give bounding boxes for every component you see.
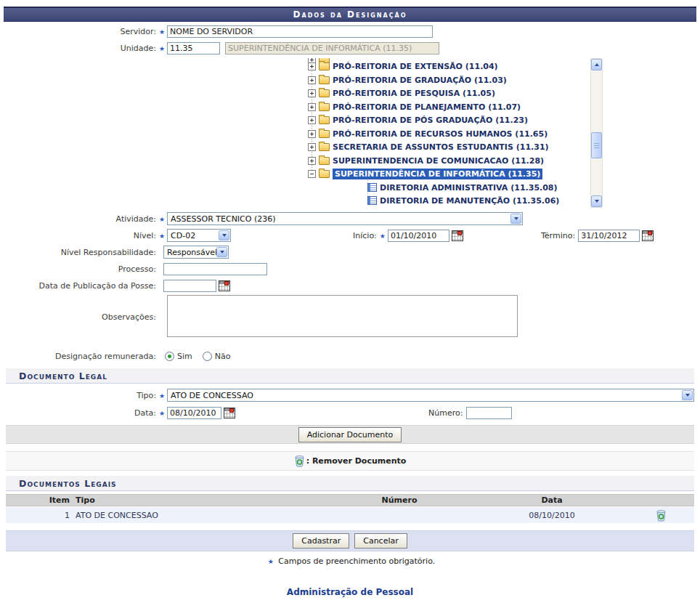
nivel-label: Nível: (6, 231, 156, 240)
tree-node-label[interactable]: SUPERINTENDÊNCIA DE INFORMÁTICA (11.35) (333, 169, 542, 179)
col-item: Item (6, 495, 73, 505)
folder-icon (319, 116, 330, 124)
servidor-input[interactable] (167, 25, 433, 38)
row-designacao-remunerada: Designação remunerada: Sim Não (6, 349, 694, 363)
required-icon (159, 44, 165, 53)
inicio-input[interactable] (388, 230, 449, 242)
termino-input[interactable] (578, 230, 640, 242)
expand-icon[interactable] (308, 103, 316, 111)
col-data: Data (465, 495, 639, 505)
numero-label: Número: (428, 408, 463, 418)
expand-icon[interactable] (308, 157, 316, 165)
tree-node[interactable]: PRÓ-REITORIA DE RECURSOS HUMANOS (11.65) (308, 127, 548, 140)
add-document-band: Adicionar Documento (6, 425, 694, 444)
cancelar-button[interactable]: Cancelar (354, 533, 407, 549)
tree-node[interactable]: SUPERINTENDENCIA DE COMUNICACAO (11.28) (308, 154, 544, 167)
remove-document-text: : Remover Documento (306, 456, 407, 466)
tree-node[interactable]: PRÓ-REITORIA DE PESQUISA (11.05) (308, 86, 495, 100)
documentos-legais-section-header: Documentos Legais (6, 476, 694, 491)
tree-node-child[interactable]: DIRETORIA ADMINISTRATIVA (11.35.08) (367, 181, 558, 194)
required-icon (380, 231, 386, 240)
nivel-responsabilidade-select[interactable]: Responsável (163, 246, 229, 259)
remove-row-trash-icon[interactable] (656, 509, 667, 522)
chevron-down-icon[interactable] (510, 214, 521, 224)
folder-icon (319, 157, 330, 165)
data-publicacao-posse-input[interactable] (163, 280, 216, 292)
documentos-legais-title: Documentos Legais (19, 478, 117, 489)
row-nivel-responsabilidade: Nível Responsabilidade: Responsável (6, 245, 694, 259)
radio-nao[interactable] (203, 352, 212, 361)
row-unidade: Unidade: (6, 41, 694, 55)
calendar-icon[interactable] (452, 230, 463, 241)
scrollbar-thumb[interactable] (591, 132, 602, 158)
row-processo: Processo: (6, 262, 694, 276)
unit-tree: PRÓ-REITORIA DE EXTENSÃO (11.04) PRÓ-REI… (6, 58, 694, 208)
processo-input[interactable] (163, 263, 267, 275)
scroll-up-button[interactable] (591, 59, 602, 70)
documento-legal-section-header: Documento Legal (6, 368, 694, 384)
expand-icon[interactable] (308, 116, 316, 124)
observacoes-textarea[interactable] (167, 295, 518, 337)
data-publicacao-posse-label: Data de Publicação da Posse: (6, 281, 156, 291)
tipo-select[interactable]: ATO DE CONCESSAO (167, 389, 694, 402)
tree-node-label[interactable]: DIRETORIA ADMINISTRATIVA (11.35.08) (380, 183, 558, 193)
tipo-value: ATO DE CONCESSAO (171, 391, 253, 400)
atividade-select[interactable]: ASSESSOR TECNICO (236) (167, 212, 523, 225)
chevron-down-icon[interactable] (682, 390, 693, 400)
tree-node-selected[interactable]: SUPERINTENDÊNCIA DE INFORMÁTICA (11.35) (308, 167, 542, 180)
nivel-select[interactable]: CD-02 (167, 229, 231, 242)
tree-node[interactable]: PRÓ-REITORIA DE GRADUAÇÃO (11.03) (308, 73, 507, 86)
footer: Administração de Pessoal (0, 587, 700, 597)
cadastrar-button[interactable]: Cadastrar (293, 533, 349, 549)
chevron-down-icon[interactable] (219, 230, 229, 240)
expand-icon[interactable] (308, 130, 316, 138)
col-tipo: Tipo (73, 495, 334, 505)
tree-node-label[interactable]: PRÓ-REITORIA DE GRADUAÇÃO (11.03) (333, 76, 507, 85)
scroll-down-button[interactable] (591, 195, 602, 207)
data-input[interactable] (167, 407, 221, 419)
calendar-icon[interactable] (224, 408, 235, 418)
unidade-code-input[interactable] (167, 42, 220, 54)
adicionar-documento-button[interactable]: Adicionar Documento (298, 427, 402, 442)
collapse-icon[interactable] (308, 170, 316, 178)
radio-nao-label[interactable]: Não (215, 352, 231, 361)
radio-sim[interactable] (165, 352, 174, 361)
termino-label: Término: (541, 231, 575, 240)
nivel-value: CD-02 (171, 231, 195, 240)
tree-node-label[interactable]: PRÓ-REITORIA DE RECURSOS HUMANOS (11.65) (333, 129, 548, 139)
tree-node-label[interactable]: PRÓ-REITORIA DE EXTENSÃO (11.04) (333, 62, 498, 71)
administracao-pessoal-link[interactable]: Administração de Pessoal (287, 587, 413, 597)
required-icon (159, 214, 165, 224)
tree-node-label[interactable]: DIRETORIA DE MANUTENÇÃO (11.35.06) (380, 196, 559, 206)
col-numero: Número (334, 495, 465, 505)
required-icon (159, 231, 165, 240)
tree-scrollbar[interactable] (590, 58, 603, 208)
observacoes-label: Observações: (6, 312, 156, 322)
expand-icon[interactable] (308, 76, 316, 84)
documento-legal-title: Documento Legal (19, 371, 107, 381)
calendar-icon[interactable] (642, 230, 654, 241)
numero-input[interactable] (466, 407, 512, 419)
radio-sim-label[interactable]: Sim (177, 352, 192, 361)
tree-node-label[interactable]: SUPERINTENDENCIA DE COMUNICACAO (11.28) (333, 156, 544, 166)
calendar-icon[interactable] (219, 280, 230, 291)
designation-form-page: Dados da Designação Servidor: Unidade: P… (0, 0, 700, 603)
tree-node-child[interactable]: DIRETORIA DE MANUTENÇÃO (11.35.06) (367, 194, 559, 207)
tree-node-label[interactable]: PRÓ-REITORIA DE PÓS GRADUAÇÃO (11.23) (333, 116, 528, 125)
expand-icon[interactable] (308, 143, 316, 151)
tree-node-label[interactable]: SECRETARIA DE ASSUNTOS ESTUDANTIS (11.31… (333, 142, 549, 152)
tree-node[interactable]: PRÓ-REITORIA DE PLANEJAMENTO (11.07) (308, 100, 521, 113)
expand-icon[interactable] (308, 62, 316, 70)
row-tipo: Tipo: ATO DE CONCESSAO (6, 388, 694, 402)
tree-node[interactable]: PRÓ-REITORIA DE EXTENSÃO (11.04) (308, 60, 498, 73)
tree-node-label[interactable]: PRÓ-REITORIA DE PLANEJAMENTO (11.07) (333, 102, 521, 112)
tree-node-label[interactable]: PRÓ-REITORIA DE PESQUISA (11.05) (333, 89, 495, 98)
tree-node[interactable]: PRÓ-REITORIA DE PÓS GRADUAÇÃO (11.23) (308, 113, 528, 126)
expand-icon[interactable] (308, 89, 316, 97)
chevron-down-icon[interactable] (216, 247, 227, 257)
tree-node[interactable]: SECRETARIA DE ASSUNTOS ESTUDANTIS (11.31… (308, 140, 549, 153)
cell-tipo: ATO DE CONCESSAO (73, 511, 334, 520)
page-title: Dados da Designação (293, 9, 407, 20)
folder-icon (319, 62, 330, 70)
tipo-label: Tipo: (6, 391, 156, 400)
